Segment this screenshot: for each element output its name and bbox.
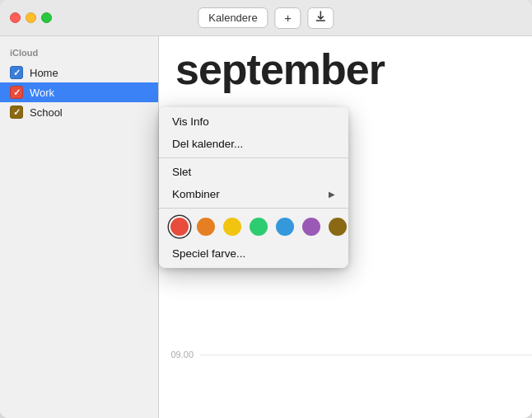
plus-icon: + bbox=[284, 11, 292, 25]
menu-item-speciel-farve[interactable]: Speciel farve... bbox=[159, 242, 348, 265]
menu-item-slet[interactable]: Slet bbox=[159, 161, 348, 183]
checkmark-icon: ✓ bbox=[13, 107, 21, 118]
titlebar-center: Kalendere + bbox=[198, 7, 334, 29]
sidebar-item-label: Home bbox=[30, 67, 58, 79]
submenu-arrow-icon: ▶ bbox=[329, 190, 335, 199]
minimize-button[interactable] bbox=[26, 12, 36, 23]
sidebar-item-label: Work bbox=[30, 87, 54, 99]
maximize-button[interactable] bbox=[41, 12, 52, 23]
color-swatch-purple[interactable] bbox=[302, 218, 320, 236]
sidebar-section-icloud: iCloud bbox=[0, 45, 158, 63]
context-menu: Vis Info Del kalender... Slet Kombiner ▶ bbox=[159, 107, 348, 268]
sidebar-item-school[interactable]: ✓ School bbox=[0, 102, 158, 122]
sidebar: iCloud ✓ Home ✓ Work ✓ School bbox=[0, 36, 159, 418]
menu-separator-2 bbox=[159, 208, 348, 209]
close-button[interactable] bbox=[10, 12, 21, 23]
color-picker-row bbox=[159, 211, 348, 242]
add-calendar-button[interactable]: + bbox=[275, 7, 301, 29]
month-header: september bbox=[159, 36, 532, 102]
main-window: Kalendere + iCloud ✓ H bbox=[0, 0, 532, 418]
color-swatch-blue[interactable] bbox=[276, 218, 294, 236]
color-swatch-brown[interactable] bbox=[329, 218, 347, 236]
sidebar-item-label: School bbox=[30, 106, 63, 119]
menu-separator bbox=[159, 157, 348, 158]
school-checkbox[interactable]: ✓ bbox=[10, 106, 23, 119]
home-checkbox[interactable]: ✓ bbox=[10, 66, 23, 79]
work-checkbox[interactable]: ✓ bbox=[10, 86, 23, 99]
checkmark-icon: ✓ bbox=[13, 68, 21, 78]
grid-line bbox=[200, 355, 532, 355]
color-swatch-yellow[interactable] bbox=[223, 218, 241, 236]
color-swatch-green[interactable] bbox=[250, 218, 268, 236]
time-label: 09.00 bbox=[159, 350, 200, 359]
checkmark-icon: ✓ bbox=[13, 87, 21, 98]
color-swatch-orange[interactable] bbox=[197, 218, 215, 236]
color-swatch-red[interactable] bbox=[170, 218, 189, 236]
titlebar: Kalendere + bbox=[0, 0, 532, 36]
menu-item-del-kalender[interactable]: Del kalender... bbox=[159, 133, 348, 155]
download-icon bbox=[315, 11, 327, 25]
download-button[interactable] bbox=[308, 7, 334, 29]
menu-item-kombiner[interactable]: Kombiner ▶ bbox=[159, 183, 348, 205]
calendars-button[interactable]: Kalendere bbox=[198, 7, 268, 28]
sidebar-item-work[interactable]: ✓ Work bbox=[0, 82, 158, 102]
traffic-lights bbox=[10, 12, 52, 23]
menu-item-vis-info[interactable]: Vis Info bbox=[159, 110, 348, 133]
sidebar-item-home[interactable]: ✓ Home bbox=[0, 63, 158, 82]
